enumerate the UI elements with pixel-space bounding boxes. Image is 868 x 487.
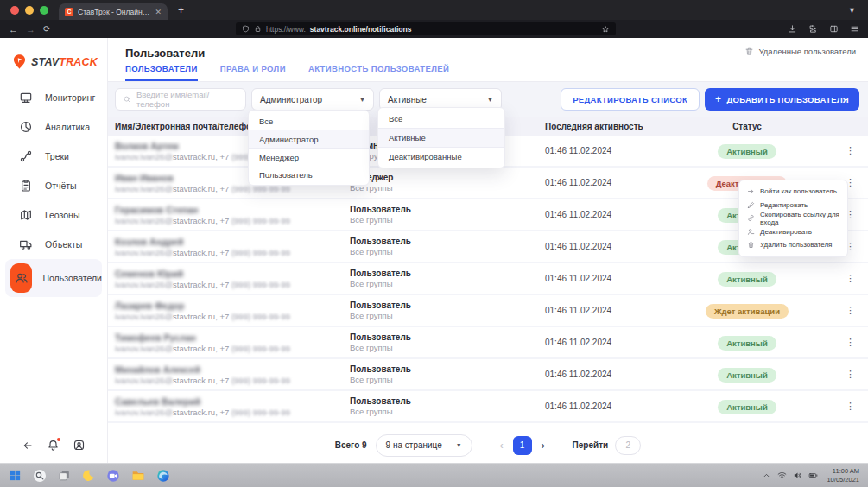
status-dropdown-option[interactable]: Все: [378, 110, 504, 128]
taskbar-clock[interactable]: 11:00 AM 10/05/2021: [827, 467, 859, 484]
file-explorer-icon[interactable]: [131, 469, 145, 483]
night-light-icon[interactable]: [82, 469, 95, 482]
next-page-button[interactable]: ›: [535, 439, 552, 452]
new-tab-button[interactable]: +: [178, 4, 184, 16]
address-bar[interactable]: https://www. stavtrack.online/notificati…: [236, 22, 616, 35]
sidebar-panel-icon[interactable]: [829, 24, 839, 34]
wifi-icon[interactable]: [777, 471, 787, 480]
edit-list-button[interactable]: РЕДАКТИРОВАТЬ СПИСОК: [561, 88, 700, 111]
taskbar-search-icon[interactable]: [33, 469, 47, 483]
current-page-button[interactable]: 1: [513, 436, 532, 455]
last-activity: 01:46 11.02.2024: [545, 370, 695, 379]
context-menu-label: Удалить пользователя: [760, 241, 832, 249]
search-input[interactable]: Введите имя/email/телефон: [115, 88, 246, 111]
table-row: Тимофеев Русланivanov.ivan26@stavtrack.r…: [108, 327, 868, 359]
add-user-button[interactable]: + ДОБАВИТЬ ПОЛЬЗОВАТЕЛЯ: [705, 88, 859, 111]
tab-users[interactable]: ПОЛЬЗОВАТЕЛИ: [125, 64, 198, 81]
row-menu-button[interactable]: ⋮: [799, 401, 868, 412]
sidebar-item-analytics[interactable]: Аналитика: [5, 112, 102, 141]
status-dropdown-option[interactable]: Деактивированные: [378, 148, 504, 166]
goto-page-input[interactable]: 2: [615, 436, 641, 455]
analytics-icon: [19, 120, 33, 134]
status-badge: Активный: [718, 144, 776, 159]
role-filter-select[interactable]: Администратор ▼: [251, 88, 374, 111]
edge-icon[interactable]: [156, 469, 170, 483]
battery-icon[interactable]: [808, 471, 818, 480]
status-cell: Активный: [695, 142, 799, 159]
context-menu-item[interactable]: Удалить пользователя: [739, 238, 847, 252]
row-menu-button[interactable]: ⋮: [799, 337, 868, 348]
user-group: Все группы: [350, 311, 545, 320]
tabstrip-chevron-down-icon[interactable]: ▼: [848, 6, 856, 15]
search-icon: [123, 95, 131, 104]
role-dropdown-option[interactable]: Менеджер: [249, 149, 369, 166]
context-menu-item[interactable]: Войти как пользователь: [739, 185, 847, 199]
per-page-select[interactable]: 9 на странице ▼: [376, 434, 472, 457]
role-dropdown-option[interactable]: Все: [249, 112, 369, 130]
row-menu-button[interactable]: ⋮: [799, 369, 868, 380]
extensions-icon[interactable]: [808, 24, 818, 34]
user-email-phone: ivanov.ivan26@stavtrack.ru, +7 (999) 999…: [115, 248, 350, 257]
status-cell: Активный: [695, 366, 799, 383]
user-role-cell: ПользовательВсе группы: [350, 205, 545, 225]
notifications-bell-icon[interactable]: [47, 439, 60, 452]
window-close-button[interactable]: [10, 6, 19, 15]
context-menu-label: Скопировать ссылку для входа: [760, 211, 839, 226]
row-menu-button[interactable]: ⋮: [799, 273, 868, 284]
sidebar-item-tracks[interactable]: Треки: [5, 142, 102, 170]
collapse-sidebar-arrow-icon[interactable]: [22, 440, 34, 452]
window-maximize-button[interactable]: [40, 6, 48, 15]
volume-icon[interactable]: [793, 471, 802, 480]
downloads-icon[interactable]: [788, 24, 797, 34]
tab-user-activity[interactable]: АКТИВНОСТЬ ПОЛЬЗОВАТЕЛЕЙ: [308, 64, 449, 81]
sidebar-item-geozones[interactable]: Геозоны: [5, 200, 102, 229]
table-row: Семенов Юрийivanov.ivan26@stavtrack.ru, …: [108, 263, 868, 295]
stavtrack-logo-icon: [10, 53, 29, 71]
row-menu-button[interactable]: ⋮: [799, 145, 868, 156]
deleted-users-link[interactable]: Удаленные пользователи: [744, 47, 856, 56]
user-name-cell: Герасимов Степанivanov.ivan26@stavtrack.…: [115, 205, 350, 225]
user-role-cell: ПользовательВсе группы: [350, 300, 545, 320]
user-role: Пользователь: [350, 396, 545, 406]
status-dropdown-option[interactable]: Активные: [378, 128, 504, 148]
context-menu-item[interactable]: Скопировать ссылку для входа: [739, 212, 847, 225]
objects-icon: [19, 237, 33, 251]
context-menu-label: Редактировать: [760, 201, 808, 209]
chevron-up-icon[interactable]: [762, 471, 771, 480]
context-menu-item[interactable]: Деактивировать: [739, 225, 847, 239]
role-dropdown-option[interactable]: Пользователь: [249, 166, 369, 183]
url-prefix: https://www.: [266, 25, 306, 34]
sidebar-item-monitoring[interactable]: Мониторинг: [5, 83, 102, 111]
table-row: Михайлов Алексейivanov.ivan26@stavtrack.…: [108, 359, 868, 391]
chat-icon[interactable]: [106, 469, 120, 483]
user-role: Пользователь: [350, 300, 545, 310]
sidebar-item-users[interactable]: Пользователи: [5, 259, 102, 297]
browser-tab[interactable]: С СтавТрэк - Онлайн мониторинг ✕: [59, 3, 168, 20]
user-email-phone: ivanov.ivan26@stavtrack.ru, +7 (999) 999…: [115, 312, 350, 321]
last-activity: 01:46 11.02.2024: [545, 274, 695, 283]
tab-close-icon[interactable]: ✕: [155, 8, 162, 16]
tab-rights-roles[interactable]: ПРАВА И РОЛИ: [220, 64, 286, 81]
row-menu-button[interactable]: ⋮: [799, 305, 868, 316]
sidebar-item-objects[interactable]: Объекты: [5, 230, 102, 258]
shield-icon[interactable]: [242, 25, 250, 33]
total-count: Всего 9: [335, 440, 367, 450]
window-minimize-button[interactable]: [25, 6, 34, 15]
sidebar-item-reports[interactable]: Отчёты: [5, 171, 102, 199]
lock-icon[interactable]: [254, 25, 262, 33]
sidebar-item-label: Отчёты: [45, 180, 77, 191]
stavtrack-logo[interactable]: STAVTRACK: [0, 38, 107, 81]
taskbar: 11:00 AM 10/05/2021: [0, 463, 868, 487]
context-menu-item[interactable]: Редактировать: [739, 199, 847, 212]
profile-icon[interactable]: [73, 439, 86, 452]
prev-page-button[interactable]: ‹: [493, 439, 510, 452]
search-placeholder: Введите имя/email/телефон: [136, 90, 238, 109]
user-role-cell: ПользовательВсе группы: [350, 237, 545, 256]
role-dropdown-option[interactable]: Администратор: [249, 130, 369, 149]
start-icon[interactable]: [9, 469, 22, 482]
monitor-icon: [19, 91, 33, 104]
menu-hamburger-icon[interactable]: [850, 24, 859, 34]
task-view-icon[interactable]: [58, 469, 71, 482]
browser-chrome: С СтавТрэк - Онлайн мониторинг ✕ + ▼ ← →…: [0, 0, 868, 38]
bookmark-star-icon[interactable]: [601, 25, 610, 34]
